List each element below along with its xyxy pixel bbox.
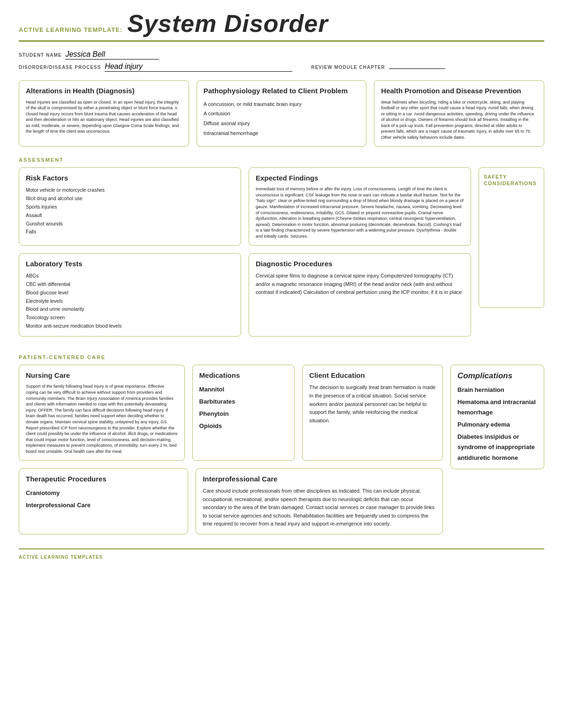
footer: ACTIVE LEARNING TEMPLATES xyxy=(19,548,544,561)
lab-item-3: Blood glucose level xyxy=(26,289,234,297)
patient-main: Nursing Care Support of the family follo… xyxy=(19,365,443,534)
diagnostic-procedures-title: Diagnostic Procedures xyxy=(256,259,464,269)
lab-tests-box: Laboratory Tests ABGs CBC with different… xyxy=(19,253,241,337)
therapeutic-item-1: Craniotomy xyxy=(26,487,181,499)
page-title: System Disorder xyxy=(127,9,328,38)
medications-list: Mannitol Barbiturates Phenytoin Opioids xyxy=(199,383,288,432)
assessment-section-label: ASSESSMENT xyxy=(19,157,544,163)
name-label: STUDENT NAME xyxy=(19,53,61,58)
expected-findings-content: Immediate loss of memory before or after… xyxy=(256,186,464,239)
complications-box: Complications Brain herniation Hematoma … xyxy=(450,365,544,469)
diagnostic-procedures-box: Diagnostic Procedures Cervical spine fil… xyxy=(249,253,471,337)
template-label: ACTIVE LEARNING TEMPLATE: xyxy=(19,26,122,33)
name-row: STUDENT NAME Jessica Bell xyxy=(19,50,544,60)
patient-section: PATIENT-CENTERED CARE Nursing Care Suppo… xyxy=(19,354,544,534)
pathophysiology-list: A concussion, or mild traumatic brain in… xyxy=(204,99,360,139)
footer-text: ACTIVE LEARNING TEMPLATES xyxy=(19,555,103,560)
lab-item-6: Toxicology screen xyxy=(26,314,234,322)
client-education-title: Client Education xyxy=(309,371,436,380)
page: ACTIVE LEARNING TEMPLATE: System Disorde… xyxy=(0,0,563,728)
complication-item-4: Diabetes insipidus or syndrome of inappr… xyxy=(457,432,537,463)
disorder-label: DISORDER/DISEASE PROCESS xyxy=(19,65,101,70)
lab-item-7: Monitor anti-seizure medication blood le… xyxy=(26,322,234,330)
med-item-2: Barbiturates xyxy=(199,396,288,408)
expected-findings-title: Expected Findings xyxy=(256,173,464,183)
assessment-row2: Laboratory Tests ABGs CBC with different… xyxy=(19,253,471,337)
assessment-section: Risk Factors Motor vehicle or motorcycle… xyxy=(19,167,544,344)
risk-item-2: Illicit drug and alcohol use xyxy=(26,195,234,203)
risk-factors-box: Risk Factors Motor vehicle or motorcycle… xyxy=(19,167,241,246)
medications-title: Medications xyxy=(199,371,288,380)
complication-item-3: Pulmonary edema xyxy=(457,420,537,430)
diagnostic-procedures-content: Cervical spine films to diagnose a cervi… xyxy=(256,272,464,297)
student-name: Jessica Bell xyxy=(65,50,159,60)
pathophysiology-title: Pathophysiology Related to Client Proble… xyxy=(204,86,360,96)
client-education-content: The decision to surgically treat brain h… xyxy=(309,383,436,425)
risk-item-6: Falls xyxy=(26,228,234,236)
therapeutic-item-2: Interprofessional Care xyxy=(26,499,181,511)
review-label: REVIEW MODULE CHAPTER xyxy=(311,65,385,70)
patient-row1: Nursing Care Support of the family follo… xyxy=(19,365,443,461)
diagnosis-content: Head injuries are classified as open or … xyxy=(26,99,182,135)
patient-section-label: PATIENT-CENTERED CARE xyxy=(19,354,544,360)
student-info: STUDENT NAME Jessica Bell DISORDER/DISEA… xyxy=(19,50,544,72)
therapeutic-procedures-box: Therapeutic Procedures Craniotomy Interp… xyxy=(19,468,188,534)
lab-tests-list: ABGs CBC with differential Blood glucose… xyxy=(26,272,234,330)
safety-box: SAFETY CONSIDERATIONS xyxy=(479,167,544,308)
complication-item-2: Hematoma and intracranial hemorrhage xyxy=(457,397,537,418)
pathophys-item-2: A contusion xyxy=(204,109,360,119)
interprofessional-care-box: Interprofessional Care Care should inclu… xyxy=(196,468,443,534)
complications-title: Complications xyxy=(457,371,537,381)
patient-row2: Therapeutic Procedures Craniotomy Interp… xyxy=(19,468,443,534)
nursing-care-title: Nursing Care xyxy=(26,371,178,380)
disorder-row: DISORDER/DISEASE PROCESS Head injury REV… xyxy=(19,62,544,72)
risk-item-5: Gunshot wounds xyxy=(26,220,234,228)
therapeutic-procedures-title: Therapeutic Procedures xyxy=(26,474,181,484)
health-promotion-content: Wear helmets when bicycling, riding a bi… xyxy=(381,99,537,141)
pathophys-item-4: Intracranial hemorrhage xyxy=(204,128,360,138)
therapeutic-procedures-list: Craniotomy Interprofessional Care xyxy=(26,487,181,511)
lab-item-5: Blood and urine osmolarity xyxy=(26,305,234,314)
risk-item-1: Motor vehicle or motorcycle crashes xyxy=(26,186,234,195)
complications-list: Brain herniation Hematoma and intracrani… xyxy=(457,385,537,463)
nursing-care-content: Support of the family following head inj… xyxy=(26,383,178,454)
pathophysiology-box: Pathophysiology Related to Client Proble… xyxy=(197,80,367,147)
pathophys-item-1: A concussion, or mild traumatic brain in… xyxy=(204,99,360,109)
assessment-row1: Risk Factors Motor vehicle or motorcycle… xyxy=(19,167,471,246)
risk-factors-list: Motor vehicle or motorcycle crashes Illi… xyxy=(26,186,234,236)
review-value xyxy=(389,68,445,69)
health-promotion-box: Health Promotion and Disease Prevention … xyxy=(374,80,544,147)
disorder-value: Head injury xyxy=(105,62,292,72)
risk-item-4: Assault xyxy=(26,211,234,220)
med-item-1: Mannitol xyxy=(199,383,288,396)
patient-grid: Nursing Care Support of the family follo… xyxy=(19,365,544,534)
patient-side: Complications Brain herniation Hematoma … xyxy=(450,365,544,534)
safety-title: SAFETY CONSIDERATIONS xyxy=(484,173,539,187)
interprofessional-care-content: Care should include professionals from o… xyxy=(203,487,436,528)
lab-item-1: ABGs xyxy=(26,272,234,280)
assessment-side: SAFETY CONSIDERATIONS xyxy=(479,167,544,344)
expected-findings-box: Expected Findings Immediate loss of memo… xyxy=(249,167,471,246)
header: ACTIVE LEARNING TEMPLATE: System Disorde… xyxy=(19,9,544,42)
med-item-4: Opioids xyxy=(199,420,288,432)
med-item-3: Phenytoin xyxy=(199,408,288,420)
diagnosis-box: Alterations in Health (Diagnosis) Head i… xyxy=(19,80,189,147)
nursing-care-box: Nursing Care Support of the family follo… xyxy=(19,365,185,461)
lab-tests-title: Laboratory Tests xyxy=(26,259,234,269)
risk-item-3: Sports injuries xyxy=(26,203,234,211)
health-promotion-title: Health Promotion and Disease Prevention xyxy=(381,86,537,96)
interprofessional-care-title: Interprofessional Care xyxy=(203,474,436,484)
diagnosis-title: Alterations in Health (Diagnosis) xyxy=(26,86,182,96)
assessment-main: Risk Factors Motor vehicle or motorcycle… xyxy=(19,167,471,344)
risk-factors-title: Risk Factors xyxy=(26,173,234,183)
top-boxes: Alterations in Health (Diagnosis) Head i… xyxy=(19,80,544,147)
lab-item-4: Electrolyte levels xyxy=(26,297,234,306)
client-education-box: Client Education The decision to surgica… xyxy=(302,365,443,461)
pathophys-item-3: Diffuse axonal injury xyxy=(204,119,360,128)
lab-item-2: CBC with differential xyxy=(26,280,234,289)
complication-item-1: Brain herniation xyxy=(457,385,537,395)
medications-box: Medications Mannitol Barbiturates Phenyt… xyxy=(192,365,295,461)
